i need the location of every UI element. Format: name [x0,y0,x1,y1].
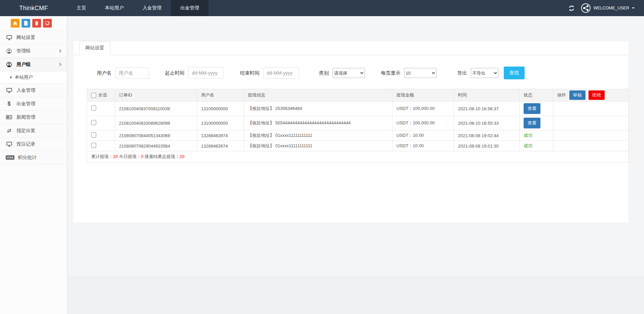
cell-order-id: 210810040833089628099 [115,116,197,130]
cell-action [553,102,629,116]
sidebar-item-label: 出金管理 [16,101,35,107]
category-select[interactable]: 请选择 [333,68,365,78]
cell-info: 【收款地址】 25356346464 [244,102,392,116]
cell-username: 13100000000 [197,102,244,116]
sidebar-item-bet-records[interactable]: 投注记录 [0,138,67,151]
nav-item-withdraw[interactable]: 出金管理 [171,0,209,16]
end-date-input[interactable] [263,67,299,79]
cell-info: 【收款地址】 01xxxx11111111111 [244,141,392,151]
status-success: 成功 [520,141,553,151]
row-checkbox[interactable] [91,106,96,111]
chevron-down-icon [632,7,635,9]
refresh-icon[interactable] [568,5,575,11]
cell-time: 2021-08-08 19:01:30 [454,141,520,151]
nav-item-deposit[interactable]: 入金管理 [133,0,171,16]
summary-search-label: 搜索结果总提现： [145,154,180,159]
export-select[interactable]: 不导出 [471,68,498,78]
sidebar-item-admin-group[interactable]: 管理组 [0,44,67,58]
col-order-id: 订单ID [115,89,197,102]
row-checkbox[interactable] [91,143,96,148]
page-footer [67,276,644,314]
sidebar-item-label: 网站设置 [16,35,35,41]
trash-icon[interactable] [32,19,41,28]
summary-search-value: 20 [180,154,184,159]
sidebar-item-site-settings[interactable]: 网站设置 [0,31,67,44]
username-label: WELCOME_USER [594,6,629,10]
monitor-icon [6,142,12,147]
col-action: 操作 [557,92,566,97]
table-row: 210808070829044923564 13288463974 【收款地址】… [87,141,629,151]
monitor-icon [6,35,12,40]
sidebar-item-label: 投注记录 [16,141,35,147]
sidebar-item-withdraw[interactable]: $ 出金管理 [0,97,67,111]
brand-logo[interactable]: ThinkCMF [0,0,67,16]
summary-total-label: 累计提现： [91,154,113,159]
cell-action [553,141,629,151]
row-checkbox[interactable] [91,132,96,138]
nav-item-home[interactable]: 主页 [67,0,96,16]
cell-order-id: 210808070829044923564 [115,141,197,151]
content-panel: 网站设置 用户名 起止时间 结束时间 类别 请选择 每页显示 1 [73,41,629,223]
tab-site-settings[interactable]: 网站设置 [79,41,110,55]
sidebar-item-label: 用户组 [16,62,31,68]
sidebar-item-news[interactable]: 新闻管理 [0,111,67,124]
top-navbar: ThinkCMF 主页 本站用户 入金管理 出金管理 WELCOME_USER [0,0,644,16]
exchange-icon [6,128,12,133]
search-button[interactable]: 查找 [504,67,525,79]
sidebar-item-label: 指定出奖 [16,128,35,134]
cell-amount: USDT：10.00 [392,141,454,151]
category-label: 类别 [319,70,329,76]
withdraw-table: 全选 订单ID 用户名 提现信息 提现金额 时间 状态 操作 审核 [87,89,629,162]
cell-time: 2021-08-10 16:55:33 [454,116,520,130]
pagesize-select[interactable]: 10 [404,68,437,78]
dollar-icon: $ [6,101,12,107]
summary-today-label: 今日提现： [119,154,141,159]
user-menu[interactable]: WELCOME_USER [581,3,635,13]
summary-total-value: 20 [113,154,118,159]
nav-item-site-users[interactable]: 本站用户 [96,0,133,16]
home-icon[interactable] [11,19,20,28]
user-icon [6,62,12,67]
sidebar-item-label: 管理组 [16,48,31,54]
col-username: 用户名 [197,89,244,102]
file-icon[interactable] [22,19,30,28]
cell-amount: USDT：100,000.00 [392,116,454,130]
filter-bar: 用户名 起止时间 结束时间 类别 请选择 每页显示 10 导出 [73,55,629,85]
cell-amount: USDT：10.00 [392,130,454,141]
table-row: 210810040833089628099 13100000000 【收款地址】… [87,116,629,130]
sidebar-item-points-stats[interactable]: VISA 积分统计 [0,151,67,164]
recycle-icon[interactable] [43,19,52,28]
col-time: 时间 [454,89,520,102]
monitor-icon [6,88,12,93]
start-time-label: 起止时间 [165,70,185,76]
sidebar: 网站设置 管理组 用户组 本站用户 入金管理 $ 出金管 [0,16,67,314]
sidebar-item-label: 入金管理 [16,87,35,93]
sidebar-subitem-label: 本站用户 [15,74,33,80]
col-status: 状态 [520,89,553,102]
select-all-checkbox[interactable] [91,93,96,98]
user-circle-icon [6,48,12,54]
view-button[interactable]: 查看 [524,118,540,128]
chevron-right-icon [58,49,62,53]
reject-button[interactable]: 拒绝 [589,90,605,100]
row-checkbox[interactable] [91,120,96,125]
start-date-input[interactable] [188,67,224,79]
table-row: 210808070844051343069 13288463974 【收款地址】… [87,130,629,141]
sidebar-subitem-site-users[interactable]: 本站用户 [0,71,67,84]
cell-action [553,116,629,130]
sidebar-item-assign-prize[interactable]: 指定出奖 [0,124,67,138]
avatar [581,3,591,13]
approve-button[interactable]: 审核 [569,90,585,100]
sidebar-item-label: 积分统计 [18,155,37,161]
triangle-right-icon [10,76,12,79]
cell-username: 13288463974 [197,130,244,141]
sidebar-quick-buttons [0,16,67,31]
sidebar-item-user-group[interactable]: 用户组 [0,58,67,71]
cell-info: 【收款地址】 01xxxx11111111111 [244,130,392,141]
cell-order-id: 210810040837008110039 [115,102,197,116]
username-filter-label: 用户名 [97,70,112,76]
sidebar-item-deposit[interactable]: 入金管理 [0,84,67,97]
username-input[interactable] [115,67,149,79]
summary-today-value: 0 [141,154,143,159]
view-button[interactable]: 查看 [524,103,540,114]
